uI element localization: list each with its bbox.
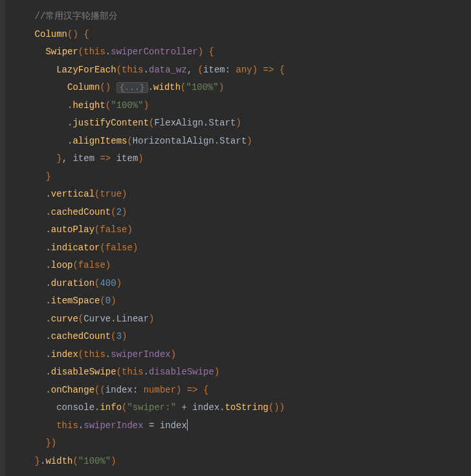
code-line: .loop(false) [13, 257, 471, 275]
code-line: .indicator(false) [13, 239, 471, 257]
code-line: Swiper(this.swiperController) { [13, 43, 471, 61]
code-line: Column() { [13, 26, 471, 44]
code-line: .curve(Curve.Linear) [13, 310, 471, 329]
code-line: this.swiperIndex = index [13, 417, 471, 435]
code-line: .cachedCount(3) [13, 328, 471, 346]
comment: //常用汉字轮播部分 [35, 11, 118, 21]
code-line: .cachedCount(2) [13, 204, 471, 222]
code-line: .autoPlay(false) [13, 221, 471, 239]
code-line: }, item => item) [13, 150, 471, 168]
code-line: .duration(400) [13, 275, 471, 293]
code-line: .height("100%") [13, 97, 471, 115]
code-line: }) [13, 435, 471, 453]
code-line: .index(this.swiperIndex) [13, 346, 471, 364]
code-line: .alignItems(HorizontalAlign.Start) [13, 133, 471, 151]
code-line: } [13, 168, 471, 186]
code-line: .justifyContent(FlexAlign.Start) [13, 114, 471, 133]
code-line: Column() {...}.width("100%") [13, 79, 471, 97]
code-line: .disableSwipe(this.disableSwipe) [13, 363, 471, 382]
text-cursor [187, 419, 188, 431]
code-line: .vertical(true) [13, 186, 471, 204]
code-line: .itemSpace(0) [13, 292, 471, 310]
code-editor[interactable]: //常用汉字轮播部分 Column() { Swiper(this.swiper… [0, 0, 471, 476]
folded-block[interactable]: {...} [116, 82, 148, 93]
code-line: LazyForEach(this.data_wz, (item: any) =>… [13, 61, 471, 80]
code-line: console.info("swiper:" + index.toString(… [13, 399, 471, 417]
code-line: //常用汉字轮播部分 [13, 8, 471, 26]
code-line: .onChange((index: number) => { [13, 382, 471, 400]
code-line: }.width("100%") [13, 453, 471, 471]
